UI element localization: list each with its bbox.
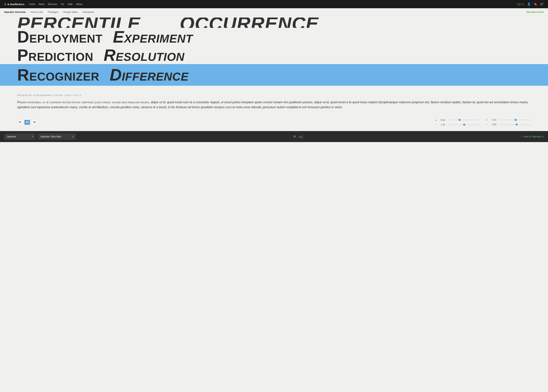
- svg-rect-2: [19, 123, 21, 123]
- optical-thumb: [516, 124, 518, 126]
- type-row-highlight: Recognizer Difference: [0, 64, 548, 86]
- nav-fonts[interactable]: Fonts: [29, 3, 35, 6]
- main-nav: Fonts News Discover Try Help About: [29, 3, 82, 6]
- logo-text: & Hoefler&Co.: [7, 3, 25, 6]
- optical-slider-track: [500, 124, 531, 125]
- cropped-text: PERCENTILE OCCURRENCE: [17, 18, 319, 28]
- svg-rect-6: [33, 121, 36, 122]
- font-family-wrapper: Operator ▼: [4, 134, 35, 140]
- cropped-header: PERCENTILE OCCURRENCE: [17, 18, 531, 28]
- top-navigation: & & Hoefler&Co. Fonts News Discover Try …: [0, 0, 548, 8]
- size-slider-row: ▲ 6.64: [435, 119, 479, 121]
- sub-nav-links: Operator Overview How to Use Packages De…: [4, 11, 94, 14]
- leading-icon: ≡: [435, 124, 439, 126]
- part-of-label: → Part of: [520, 135, 531, 138]
- bottom-bar: Operator ▼ Operator Ultra Italic ▼ ⚙ aq …: [0, 131, 548, 142]
- tracking-optical-sliders: ||| 0.01 ≡ 0.95: [486, 119, 531, 126]
- top-nav-actions: Sign In 👤 🔖 🛒: [517, 2, 544, 6]
- subnav-design-notes[interactable]: Design Notes: [63, 11, 78, 14]
- word-recognizer: Recognizer: [17, 66, 99, 84]
- svg-rect-1: [19, 122, 21, 122]
- type-row-2: Prediction Resolution: [17, 46, 531, 64]
- sliders-group: ▲ 6.64 ≡ 1.36: [435, 119, 531, 126]
- get-fonts-link[interactable]: Get these fonts: [526, 11, 544, 14]
- optical-icon: ≡: [486, 124, 490, 126]
- sample-section: OPERATOR SCREENSMART EXTRA LIGHT ITALIC …: [0, 86, 548, 115]
- svg-rect-8: [33, 123, 36, 123]
- leading-thumb: [463, 124, 465, 126]
- size-value: 6.64: [441, 119, 447, 121]
- preview-sample-text: aq: [299, 134, 303, 139]
- sign-in-link[interactable]: Sign In: [517, 3, 524, 6]
- align-left-button[interactable]: [17, 120, 23, 125]
- svg-rect-5: [26, 123, 29, 123]
- tracking-value: 0.01: [492, 119, 498, 121]
- align-buttons: [17, 120, 37, 125]
- word-difference: Difference: [110, 66, 189, 84]
- optical-slider-row: ≡ 0.95: [486, 123, 531, 126]
- align-right-button[interactable]: [32, 120, 37, 125]
- subnav-characters[interactable]: Characters: [82, 11, 94, 14]
- nav-help[interactable]: Help: [68, 3, 72, 6]
- svg-rect-7: [34, 122, 36, 122]
- svg-rect-3: [26, 121, 29, 122]
- sub-navigation: Operator Overview How to Use Packages De…: [0, 8, 548, 16]
- svg-rect-0: [19, 121, 21, 122]
- font-style-select[interactable]: Operator Ultra Italic: [38, 134, 76, 140]
- type-row-1: Deployment Experiment: [17, 28, 531, 46]
- align-center-button[interactable]: [24, 120, 30, 125]
- word-prediction: Prediction: [17, 46, 94, 64]
- leading-slider-track: [448, 124, 479, 125]
- sample-label: OPERATOR SCREENSMART EXTRA LIGHT ITALIC: [17, 94, 531, 96]
- nav-discover[interactable]: Discover: [48, 3, 57, 6]
- size-icon: ▲: [435, 119, 439, 121]
- subnav-packages[interactable]: Packages: [48, 11, 58, 14]
- hero-typography: PERCENTILE OCCURRENCE Deployment Experim…: [0, 16, 548, 86]
- nav-try[interactable]: Try: [61, 3, 64, 6]
- bookmark-icon[interactable]: 🔖: [534, 2, 537, 6]
- controls-area: ▲ 6.64 ≡ 1.36: [0, 115, 548, 131]
- logo-icon: &: [4, 2, 6, 6]
- word-deployment: Deployment: [17, 28, 102, 46]
- subnav-overview[interactable]: Operator Overview: [4, 11, 26, 14]
- subnav-how-to-use[interactable]: How to Use: [30, 11, 43, 14]
- word-experiment: Experiment: [113, 28, 193, 46]
- bottom-right: → Part of Operator 2: [520, 135, 544, 138]
- word-resolution: Resolution: [104, 46, 185, 64]
- tracking-slider-track: [500, 119, 531, 120]
- font-style-wrapper: Operator Ultra Italic ▼: [38, 134, 76, 140]
- tracking-icon: |||: [486, 119, 490, 121]
- main-content: PERCENTILE OCCURRENCE Deployment Experim…: [0, 16, 548, 131]
- font-family-select[interactable]: Operator: [4, 134, 35, 140]
- tracking-slider-row: ||| 0.01: [486, 119, 531, 121]
- size-leading-sliders: ▲ 6.64 ≡ 1.36: [435, 119, 479, 126]
- tracking-thumb: [515, 119, 517, 121]
- optical-value: 0.95: [492, 123, 498, 126]
- nav-about[interactable]: About: [76, 3, 82, 6]
- part-of-link[interactable]: Operator 2: [532, 135, 544, 138]
- tuner-icon[interactable]: ⚙: [293, 135, 296, 139]
- leading-slider-row: ≡ 1.36: [435, 123, 479, 126]
- size-slider-track: [448, 119, 479, 120]
- cart-icon[interactable]: 🛒: [540, 2, 544, 6]
- leading-value: 1.36: [441, 123, 447, 126]
- logo[interactable]: & & Hoefler&Co.: [4, 2, 25, 6]
- nav-news[interactable]: News: [38, 3, 44, 6]
- sample-text-caps: Pridem oportebat, in te conferri pestem …: [17, 100, 150, 104]
- sample-text: Pridem oportebat, in te conferri pestem …: [17, 100, 531, 110]
- user-icon[interactable]: 👤: [527, 2, 531, 6]
- svg-rect-4: [26, 122, 28, 122]
- bottom-center: ⚙ aq: [293, 134, 303, 139]
